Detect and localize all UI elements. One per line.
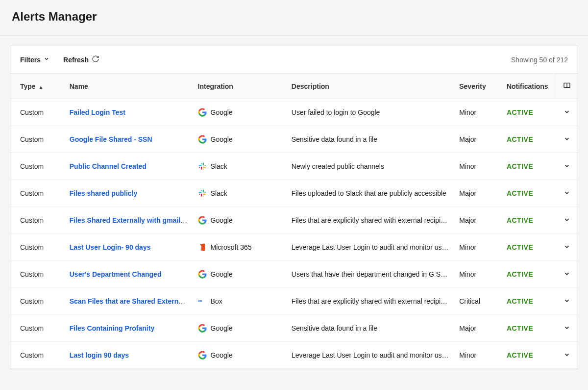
alert-name-link[interactable]: Last User Login- 90 days bbox=[70, 243, 151, 251]
col-header-description[interactable]: Description bbox=[287, 74, 454, 99]
cell-type: Custom bbox=[10, 180, 65, 207]
expand-row-button[interactable] bbox=[556, 126, 578, 153]
table-row: CustomLast User Login- 90 daysMicrosoft … bbox=[10, 234, 578, 261]
cell-integration: boxBox bbox=[193, 288, 287, 315]
expand-row-button[interactable] bbox=[556, 99, 578, 126]
cell-integration: Slack bbox=[193, 180, 287, 207]
table-row: CustomScan Files that are Shared Externa… bbox=[10, 288, 578, 315]
table-row: CustomPublic Channel CreatedSlackNewly c… bbox=[10, 153, 578, 180]
cell-severity: Major bbox=[454, 207, 502, 234]
cell-type: Custom bbox=[10, 288, 65, 315]
integration-label: Slack bbox=[211, 189, 227, 197]
svg-rect-5 bbox=[202, 167, 205, 168]
cell-integration: Google bbox=[193, 126, 287, 153]
cell-name: Files Containing Profanity bbox=[65, 315, 193, 342]
table-header-row: Type ▲ Name Integration Description Seve… bbox=[10, 74, 578, 99]
svg-point-8 bbox=[201, 163, 202, 164]
notification-status: ACTIVE bbox=[507, 108, 533, 116]
alert-name-link[interactable]: Files Containing Profanity bbox=[70, 324, 154, 332]
cell-type: Custom bbox=[10, 126, 65, 153]
google-icon bbox=[198, 108, 207, 117]
toolbar: Filters Refresh Showing 50 of 212 bbox=[10, 46, 578, 74]
svg-point-6 bbox=[204, 165, 205, 166]
alert-name-link[interactable]: Files Shared Externally with gmail.com bbox=[70, 216, 193, 224]
chevron-down-icon bbox=[564, 351, 570, 358]
expand-row-button[interactable] bbox=[556, 288, 578, 315]
cell-name: User's Department Changed bbox=[65, 261, 193, 288]
table-row: CustomFailed Login TestGoogleUser failed… bbox=[10, 99, 578, 126]
alert-name-link[interactable]: Google File Shared - SSN bbox=[70, 135, 152, 143]
col-header-type-label: Type bbox=[20, 82, 36, 90]
svg-point-16 bbox=[201, 190, 202, 191]
alert-name-link[interactable]: User's Department Changed bbox=[70, 270, 162, 278]
chevron-down-icon bbox=[564, 216, 570, 223]
svg-point-9 bbox=[202, 169, 203, 170]
table-row: CustomGoogle File Shared - SSNGoogleSens… bbox=[10, 126, 578, 153]
google-icon bbox=[198, 351, 207, 360]
cell-name: Scan Files that are Shared Externally bbox=[65, 288, 193, 315]
col-header-notifications[interactable]: Notifications bbox=[502, 74, 556, 99]
slack-icon bbox=[198, 162, 207, 171]
filters-button[interactable]: Filters bbox=[20, 54, 49, 66]
cell-notifications: ACTIVE bbox=[502, 153, 556, 180]
alert-name-link[interactable]: Last login 90 days bbox=[70, 351, 129, 359]
integration-label: Google bbox=[211, 324, 233, 332]
column-settings-button[interactable] bbox=[556, 74, 578, 99]
table-row: CustomFiles Containing ProfanityGoogleSe… bbox=[10, 315, 578, 342]
expand-row-button[interactable] bbox=[556, 207, 578, 234]
cell-name: Public Channel Created bbox=[65, 153, 193, 180]
cell-severity: Minor bbox=[454, 153, 502, 180]
cell-type: Custom bbox=[10, 342, 65, 369]
col-header-type[interactable]: Type ▲ bbox=[10, 74, 65, 99]
cell-severity: Major bbox=[454, 315, 502, 342]
col-header-integration[interactable]: Integration bbox=[193, 74, 287, 99]
cell-notifications: ACTIVE bbox=[502, 342, 556, 369]
cell-notifications: ACTIVE bbox=[502, 261, 556, 288]
cell-description: Newly created public channels bbox=[287, 153, 454, 180]
cell-integration: Google bbox=[193, 261, 287, 288]
chevron-down-icon bbox=[564, 243, 570, 250]
cell-name: Files shared publicly bbox=[65, 180, 193, 207]
alert-name-link[interactable]: Public Channel Created bbox=[70, 162, 147, 170]
alert-name-link[interactable]: Scan Files that are Shared Externally bbox=[70, 297, 190, 305]
cell-type: Custom bbox=[10, 261, 65, 288]
expand-row-button[interactable] bbox=[556, 234, 578, 261]
integration-label: Google bbox=[211, 216, 233, 224]
integration-label: Google bbox=[211, 135, 233, 143]
cell-type: Custom bbox=[10, 315, 65, 342]
cell-type: Custom bbox=[10, 99, 65, 126]
refresh-button[interactable]: Refresh bbox=[63, 53, 99, 66]
google-icon bbox=[198, 135, 207, 144]
cell-description: Users that have their department changed… bbox=[287, 261, 454, 288]
chevron-down-icon bbox=[564, 108, 570, 115]
integration-label: Google bbox=[211, 270, 233, 278]
alert-name-link[interactable]: Failed Login Test bbox=[70, 108, 125, 116]
cell-name: Last login 90 days bbox=[65, 342, 193, 369]
cell-severity: Critical bbox=[454, 288, 502, 315]
alert-name-link[interactable]: Files shared publicly bbox=[70, 189, 138, 197]
cell-integration: Slack bbox=[193, 153, 287, 180]
expand-row-button[interactable] bbox=[556, 315, 578, 342]
table-scroll[interactable]: Type ▲ Name Integration Description Seve… bbox=[10, 74, 578, 369]
cell-severity: Minor bbox=[454, 261, 502, 288]
col-header-name[interactable]: Name bbox=[65, 74, 193, 99]
cell-notifications: ACTIVE bbox=[502, 207, 556, 234]
cell-description: Files uploaded to Slack that are publicl… bbox=[287, 180, 454, 207]
table-row: CustomFiles Shared Externally with gmail… bbox=[10, 207, 578, 234]
expand-row-button[interactable] bbox=[556, 261, 578, 288]
chevron-down-icon bbox=[564, 270, 570, 277]
svg-rect-3 bbox=[201, 167, 202, 170]
expand-row-button[interactable] bbox=[556, 342, 578, 369]
notification-status: ACTIVE bbox=[507, 270, 533, 278]
cell-description: Files that are explicitly shared with ex… bbox=[287, 207, 454, 234]
cell-description: Sensitive data found in a file bbox=[287, 315, 454, 342]
cell-description: User failed to login to Google bbox=[287, 99, 454, 126]
cell-notifications: ACTIVE bbox=[502, 126, 556, 153]
cell-notifications: ACTIVE bbox=[502, 234, 556, 261]
cell-type: Custom bbox=[10, 234, 65, 261]
col-header-severity[interactable]: Severity bbox=[454, 74, 502, 99]
cell-description: Files that are explicitly shared with ex… bbox=[287, 288, 454, 315]
expand-row-button[interactable] bbox=[556, 153, 578, 180]
expand-row-button[interactable] bbox=[556, 180, 578, 207]
slack-icon bbox=[198, 189, 207, 198]
